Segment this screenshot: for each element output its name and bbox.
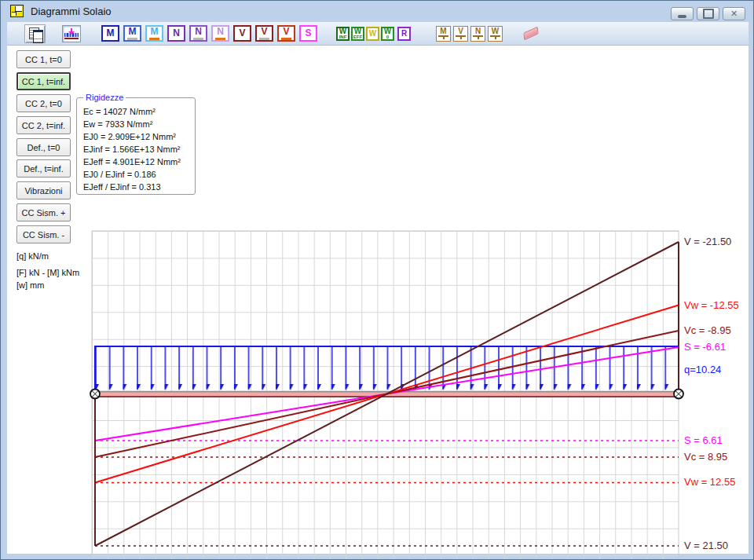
Vw-positive-value-label: Vw = 12.55 xyxy=(684,476,735,489)
unit-label-1: [F] kN - [M] kNm xyxy=(16,268,79,277)
moment-mc-button[interactable]: M xyxy=(145,25,163,42)
content-area: Rigidezze Ec = 14027 N/mm²Ew = 7933 N/mm… xyxy=(7,46,749,554)
w-button-label: W xyxy=(369,31,376,37)
beam-load-icon xyxy=(64,28,79,39)
Vc-negative-value-label: Vc = -8.95 xyxy=(684,324,731,337)
shear-vc-button[interactable]: V xyxy=(277,25,295,42)
sidebar-button-1[interactable]: CC 1, t=inf. xyxy=(16,72,71,90)
shear-vc-button-label: V xyxy=(283,27,289,36)
w-eff-button-sublabel: EFF xyxy=(353,35,362,39)
maximize-button[interactable] xyxy=(697,7,719,20)
r-button[interactable]: R xyxy=(397,27,411,41)
chart-value-labels: V = -21.50V = 21.50Vw = -12.55Vw = 12.55… xyxy=(86,228,749,560)
window-controls xyxy=(671,7,745,20)
V-positive-value-label: V = 21.50 xyxy=(684,540,728,552)
minimize-button[interactable] xyxy=(671,7,694,20)
slip-s-button[interactable]: S xyxy=(299,25,317,42)
support-m-button[interactable]: M xyxy=(436,26,451,42)
shear-vw-button[interactable]: V xyxy=(255,25,273,42)
slip-s-button-label: S xyxy=(305,29,311,38)
stiffness-values: Ec = 14027 N/mm²Ew = 7933 N/mm²EJ0 = 2.9… xyxy=(83,105,188,193)
report-button[interactable] xyxy=(24,24,46,43)
window-title: Diagrammi Solaio xyxy=(31,5,112,17)
title-bar[interactable]: Diagrammi Solaio xyxy=(2,1,753,22)
V-negative-value-label: V = -21.50 xyxy=(684,236,731,248)
Vc-positive-value-label: Vc = 8.95 xyxy=(684,451,727,463)
w-eff-button[interactable]: WEFF xyxy=(351,27,364,41)
support-v-button[interactable]: V xyxy=(453,26,468,42)
shear-vw-button-label: V xyxy=(261,27,267,36)
stiffness-line-3: EJinf = 1.566E+13 Nmm² xyxy=(83,143,188,156)
sidebar-button-6[interactable]: Vibrazioni xyxy=(16,181,71,199)
w-0-button-sublabel: 0 xyxy=(386,35,389,39)
stiffness-groupbox: Rigidezze Ec = 14027 N/mm²Ew = 7933 N/mm… xyxy=(76,97,196,195)
app-icon-pane xyxy=(15,6,22,12)
support-glyph-leg xyxy=(495,37,496,39)
support-n-button[interactable]: N xyxy=(470,26,485,42)
stiffness-line-6: EJeff / EJinf = 0.313 xyxy=(83,181,188,193)
support-w-button-label: W xyxy=(492,27,499,35)
support-m-button-label: M xyxy=(440,27,446,35)
w-inf-button-label: W xyxy=(339,28,346,35)
sidebar-button-3[interactable]: CC 2, t=inf. xyxy=(16,116,71,134)
sidebar-button-0[interactable]: CC 1, t=0 xyxy=(16,50,71,68)
axial-n0-button-label: N xyxy=(173,29,180,38)
moment-mw-button[interactable]: M xyxy=(123,25,141,42)
sidebar-button-7[interactable]: CC Sism. + xyxy=(16,203,71,221)
moment-mc-button-underline-bar xyxy=(149,38,159,40)
stiffness-line-0: Ec = 14027 N/mm² xyxy=(83,105,188,118)
Vw-negative-value-label: Vw = -12.55 xyxy=(684,299,739,312)
close-button[interactable] xyxy=(723,7,745,20)
axial-nc-button[interactable]: N xyxy=(211,25,229,42)
support-glyph xyxy=(438,35,448,39)
shear-vc-button-underline-bar xyxy=(281,38,291,40)
axial-nc-button-underline-bar xyxy=(215,38,225,40)
toolbar: MMMNNNVVVSWINFWEFFWW0RMVNW xyxy=(7,22,749,46)
w-0-button-label: W xyxy=(384,28,391,35)
axial-nw-button-underline-bar xyxy=(193,38,203,40)
unit-label-2: [w] mm xyxy=(16,280,44,290)
moment-mc-button-label: M xyxy=(151,27,159,36)
support-glyph-leg xyxy=(478,37,479,39)
sidebar-button-8[interactable]: CC Sism. - xyxy=(16,225,71,243)
beam-icon-arrow-head xyxy=(68,31,75,35)
app-icon xyxy=(10,5,24,17)
axial-n0-button[interactable]: N xyxy=(167,25,185,42)
support-glyph-leg xyxy=(460,37,462,39)
moment-m0-button[interactable]: M xyxy=(101,25,119,42)
w-inf-button-sublabel: INF xyxy=(339,35,347,39)
sidebar-button-4[interactable]: Def., t=0 xyxy=(16,138,71,156)
stiffness-line-5: EJ0 / EJinf = 0.186 xyxy=(83,168,188,181)
w-inf-button[interactable]: WINF xyxy=(336,27,350,41)
q-load-label: q=10.24 xyxy=(684,364,721,376)
support-glyph xyxy=(490,35,500,39)
stiffness-groupbox-title: Rigidezze xyxy=(83,93,126,102)
axial-nw-button[interactable]: N xyxy=(189,25,207,42)
app-icon-foot xyxy=(12,12,16,16)
stiffness-line-2: EJ0 = 2.909E+12 Nmm² xyxy=(83,130,188,143)
report-icon xyxy=(29,27,42,40)
w-eff-button-label: W xyxy=(354,28,361,35)
support-glyph xyxy=(473,35,483,39)
shear-v0-button[interactable]: V xyxy=(233,25,251,42)
moment-mw-button-label: M xyxy=(129,27,137,36)
shear-v0-button-label: V xyxy=(239,29,245,38)
w-0-button[interactable]: W0 xyxy=(381,27,394,41)
diagram-chart: V = -21.50V = 21.50Vw = -12.55Vw = 12.55… xyxy=(86,228,749,560)
support-glyph xyxy=(456,35,466,39)
sidebar-button-5[interactable]: Def., t=inf. xyxy=(16,159,71,178)
shear-vw-button-underline-bar xyxy=(259,38,269,40)
axial-nw-button-label: N xyxy=(195,27,202,36)
w-button[interactable]: W xyxy=(366,27,379,41)
sidebar-button-2[interactable]: CC 2, t=0 xyxy=(16,94,71,112)
eraser-button[interactable] xyxy=(523,30,539,37)
support-v-button-label: V xyxy=(458,27,463,35)
S-negative-value-label: S = -6.61 xyxy=(684,341,726,353)
moment-m0-button-label: M xyxy=(107,29,115,38)
support-glyph-leg xyxy=(443,37,445,39)
stiffness-line-4: EJeff = 4.901E+12 Nmm² xyxy=(83,156,188,168)
support-w-button[interactable]: W xyxy=(488,26,503,42)
S-positive-value-label: S = 6.61 xyxy=(684,434,723,447)
beam-diagram-button[interactable] xyxy=(62,25,81,42)
beam-icon-base xyxy=(64,38,79,39)
